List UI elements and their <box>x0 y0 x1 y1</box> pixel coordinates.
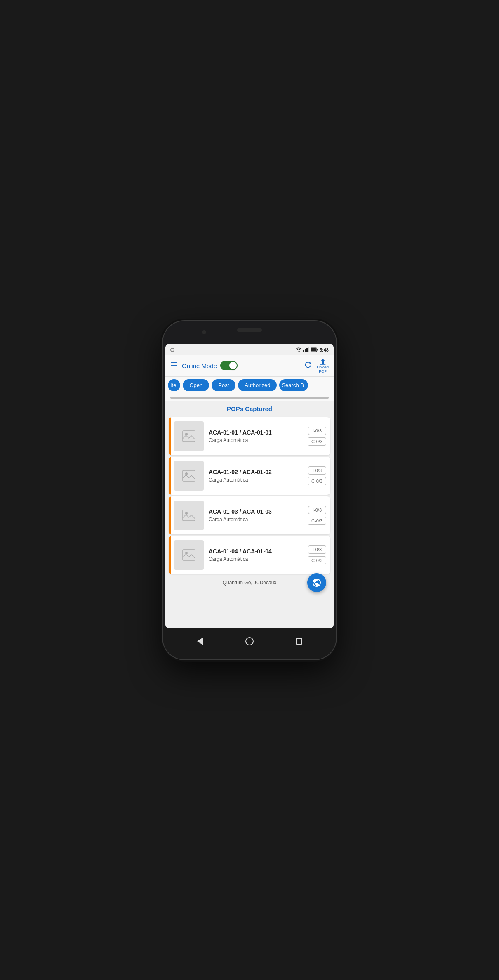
status-left <box>170 348 174 352</box>
signal-icon <box>303 347 309 352</box>
status-indicator <box>170 348 174 352</box>
svg-point-14 <box>185 552 188 554</box>
list-item[interactable]: ACA-01-04 / ACA-01-04 Carga Automática I… <box>169 536 330 574</box>
svg-rect-9 <box>183 470 195 481</box>
badge-i: I-0/3 <box>308 466 326 475</box>
item-title: ACA-01-04 / ACA-01-04 <box>209 548 302 555</box>
status-bar: 5:48 <box>165 344 334 355</box>
camera-dot <box>202 330 206 334</box>
home-button[interactable] <box>244 635 255 647</box>
orange-bar <box>169 417 171 455</box>
item-thumbnail <box>174 421 204 451</box>
tab-post[interactable]: Post <box>212 379 235 391</box>
badge-c: C-0/3 <box>308 437 326 446</box>
refresh-button[interactable] <box>304 360 313 371</box>
upload-pop-line2: POP <box>319 369 327 373</box>
upload-pop-button[interactable]: Upload POP <box>317 358 329 373</box>
tab-bar: Ite Open Post Authorized Search B <box>165 377 334 394</box>
item-info: ACA-01-01 / ACA-01-01 Carga Automática <box>207 417 304 455</box>
item-title: ACA-01-02 / ACA-01-02 <box>209 469 302 475</box>
svg-point-12 <box>185 512 188 515</box>
hamburger-menu[interactable]: ☰ <box>170 361 178 371</box>
time-display: 5:48 <box>320 347 329 352</box>
item-info: ACA-01-02 / ACA-01-02 Carga Automática <box>207 457 304 495</box>
content-area[interactable]: POPs Captured ACA-01-01 / ACA-01-01 Carg… <box>165 401 334 628</box>
back-icon <box>197 638 203 645</box>
tab-open[interactable]: Open <box>183 379 209 391</box>
item-badges: I-0/3 C-0/3 <box>304 457 330 495</box>
tab-search-b[interactable]: Search B <box>279 379 308 391</box>
online-mode-label: Online Mode <box>182 362 217 369</box>
svg-point-10 <box>185 472 188 475</box>
top-bar: ☰ Online Mode Upload POP <box>165 355 334 377</box>
item-title: ACA-01-03 / ACA-01-03 <box>209 508 302 515</box>
svg-rect-7 <box>183 431 195 442</box>
badge-i: I-0/3 <box>308 506 326 514</box>
status-right: 5:48 <box>296 347 329 352</box>
svg-rect-2 <box>306 348 308 352</box>
badge-i: I-0/3 <box>308 427 326 435</box>
svg-point-8 <box>185 433 188 435</box>
orange-bar <box>169 457 171 495</box>
item-subtitle: Carga Automática <box>209 477 302 483</box>
image-placeholder-icon <box>182 430 195 442</box>
bottom-nav <box>163 628 336 659</box>
tab-authorized[interactable]: Authorized <box>238 379 277 391</box>
item-title: ACA-01-01 / ACA-01-01 <box>209 429 302 436</box>
item-subtitle: Carga Automática <box>209 437 302 443</box>
svg-rect-0 <box>303 350 304 352</box>
badge-c: C-0/3 <box>308 517 326 525</box>
wifi-icon <box>296 347 301 352</box>
battery-icon <box>311 347 318 352</box>
phone-device: 5:48 ☰ Online Mode Upload <box>163 321 336 659</box>
orange-bar <box>169 536 171 574</box>
screen: 5:48 ☰ Online Mode Upload <box>165 344 334 628</box>
item-badges: I-0/3 C-0/3 <box>304 536 330 574</box>
scroll-indicator <box>165 394 334 401</box>
tab-ite[interactable]: Ite <box>168 379 180 391</box>
badge-c: C-0/3 <box>308 477 326 485</box>
svg-rect-6 <box>317 349 318 351</box>
scroll-track <box>170 397 329 399</box>
orange-bar <box>169 496 171 534</box>
item-badges: I-0/3 C-0/3 <box>304 496 330 534</box>
list-item[interactable]: ACA-01-03 / ACA-01-03 Carga Automática I… <box>169 496 330 534</box>
list-item[interactable]: ACA-01-01 / ACA-01-01 Carga Automática I… <box>169 417 330 455</box>
image-placeholder-icon <box>182 549 195 561</box>
image-placeholder-icon <box>182 510 195 521</box>
back-button[interactable] <box>194 635 206 647</box>
badge-i: I-0/3 <box>308 545 326 554</box>
item-info: ACA-01-03 / ACA-01-03 Carga Automática <box>207 496 304 534</box>
recents-icon <box>296 638 302 645</box>
scroll-thumb <box>170 397 329 399</box>
svg-rect-11 <box>183 510 195 521</box>
recents-button[interactable] <box>293 635 305 647</box>
item-badges: I-0/3 C-0/3 <box>304 417 330 455</box>
online-mode-toggle[interactable] <box>220 361 238 370</box>
home-icon <box>245 637 254 645</box>
item-subtitle: Carga Automática <box>209 556 302 562</box>
item-thumbnail <box>174 461 204 491</box>
svg-rect-1 <box>305 349 306 352</box>
upload-pop-line1: Upload <box>317 365 329 369</box>
item-subtitle: Carga Automática <box>209 517 302 522</box>
fab-globe-button[interactable] <box>307 573 326 592</box>
image-placeholder-icon <box>182 470 195 482</box>
svg-rect-3 <box>308 347 309 352</box>
globe-icon <box>312 578 322 588</box>
badge-c: C-0/3 <box>308 556 326 564</box>
item-info: ACA-01-04 / ACA-01-04 Carga Automática <box>207 536 304 574</box>
item-thumbnail <box>174 501 204 530</box>
svg-rect-5 <box>311 348 316 351</box>
toggle-knob <box>229 362 237 369</box>
list-item[interactable]: ACA-01-02 / ACA-01-02 Carga Automática I… <box>169 457 330 495</box>
item-thumbnail <box>174 540 204 570</box>
svg-rect-13 <box>183 550 195 560</box>
top-bar-right: Upload POP <box>304 358 329 373</box>
section-title: POPs Captured <box>165 401 334 416</box>
